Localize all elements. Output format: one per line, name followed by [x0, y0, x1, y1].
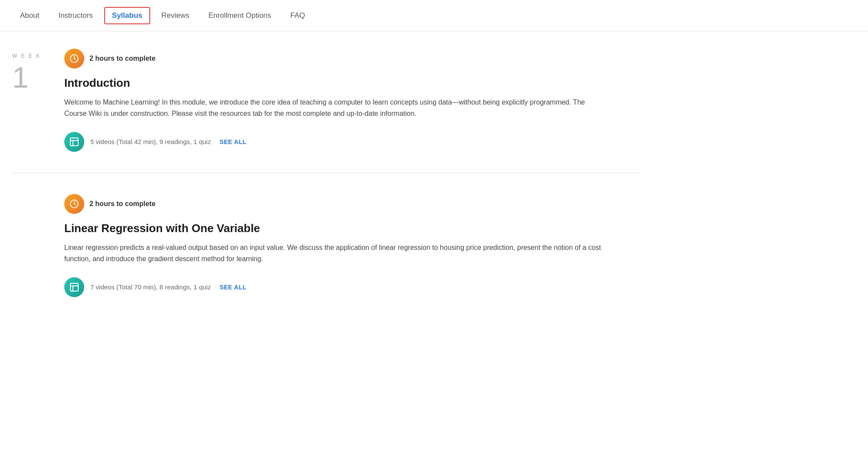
book-icon-teal-1 [64, 132, 84, 152]
module-2-section: 2 hours to complete Linear Regression wi… [12, 194, 639, 318]
book-icon-teal-2 [64, 277, 84, 297]
module-2-description: Linear regression predicts a real-valued… [64, 242, 607, 265]
week-label-column: W E E K 1 [12, 49, 64, 173]
main-content: W E E K 1 2 hours to complete Introduc [0, 31, 651, 318]
section-divider [12, 173, 639, 173]
module-2-content: 2 hours to complete Linear Regression wi… [64, 194, 639, 318]
module-1-content: 2 hours to complete Introduction Welcome… [64, 49, 639, 173]
navigation-bar: About Instructors Syllabus Reviews Enrol… [0, 0, 868, 31]
module-2-title: Linear Regression with One Variable [64, 222, 639, 235]
module-2-content-summary: 7 videos (Total 70 min), 8 readings, 1 q… [64, 277, 639, 297]
svg-rect-5 [70, 283, 78, 291]
nav-item-syllabus[interactable]: Syllabus [104, 7, 150, 24]
nav-item-instructors[interactable]: Instructors [50, 7, 100, 24]
module-1-time-badge: 2 hours to complete [64, 49, 639, 69]
module-1-summary-text: 5 videos (Total 42 min), 9 readings, 1 q… [90, 138, 211, 145]
module-1-time-label: 2 hours to complete [89, 55, 155, 62]
svg-rect-1 [70, 138, 78, 146]
module-2-see-all[interactable]: SEE ALL [220, 284, 247, 291]
week-col-empty [12, 194, 64, 318]
module-1-see-all[interactable]: SEE ALL [220, 138, 247, 145]
nav-item-reviews[interactable]: Reviews [154, 7, 197, 24]
module-2-time-badge: 2 hours to complete [64, 194, 639, 214]
module-2-summary-text: 7 videos (Total 70 min), 8 readings, 1 q… [90, 283, 211, 291]
nav-item-enrollment[interactable]: Enrollment Options [201, 7, 279, 24]
week-text: W E E K [12, 53, 64, 59]
week-number: 1 [12, 62, 64, 92]
clock-icon-orange [64, 49, 84, 69]
module-1-title: Introduction [64, 76, 639, 90]
module-1-description: Welcome to Machine Learning! In this mod… [64, 97, 607, 120]
nav-item-about[interactable]: About [12, 7, 47, 24]
week-1-section: W E E K 1 2 hours to complete Introduc [12, 31, 639, 173]
module-1-section: 2 hours to complete Introduction Welcome… [64, 49, 639, 152]
clock-icon-orange-2 [64, 194, 84, 214]
nav-item-faq[interactable]: FAQ [283, 7, 313, 24]
module-2-time-label: 2 hours to complete [89, 200, 155, 208]
module-1-content-summary: 5 videos (Total 42 min), 9 readings, 1 q… [64, 132, 639, 152]
